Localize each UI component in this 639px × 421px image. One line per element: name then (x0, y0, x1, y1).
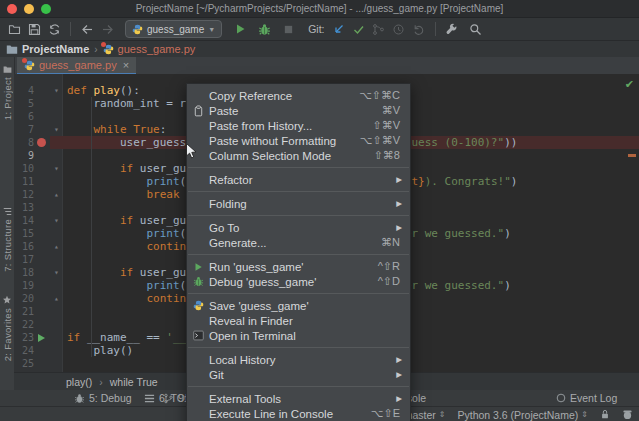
line-number[interactable]: 8 (14, 136, 34, 149)
gutter-marker-area[interactable] (34, 188, 50, 201)
breadcrumb-project[interactable]: ProjectName (22, 43, 89, 55)
menu-item-paste-without-formatting[interactable]: Paste without Formatting⌥⇧⌘V (187, 133, 410, 148)
menu-item-paste[interactable]: Paste⌘V (187, 103, 410, 118)
line-number[interactable]: 20 (14, 292, 34, 305)
menu-item-local-history[interactable]: Local History▶ (187, 352, 410, 367)
run-gutter-icon[interactable] (38, 334, 45, 342)
fold-marker-icon[interactable]: ▾ (50, 123, 63, 136)
gutter-marker-area[interactable] (34, 240, 50, 253)
gutter-marker-area[interactable] (34, 175, 50, 188)
menu-item-debug-guess-game[interactable]: Debug 'guess_game'^⇧D (187, 274, 410, 289)
line-number[interactable]: 4 (14, 84, 34, 97)
line-number[interactable]: 6 (14, 110, 34, 123)
merge-icon[interactable] (369, 20, 389, 38)
fold-marker-icon[interactable]: ▴ (50, 292, 63, 305)
menu-item-save-guess-game[interactable]: Save 'guess_game' (187, 298, 410, 313)
line-number[interactable]: 9 (14, 149, 34, 162)
line-number[interactable]: 12 (14, 188, 34, 201)
close-tab-icon[interactable]: × (123, 59, 129, 71)
highlighting-level-icon[interactable] (622, 409, 633, 420)
menu-item-refactor[interactable]: Refactor▶ (187, 172, 410, 187)
line-number[interactable]: 5 (14, 97, 34, 110)
sidebar-item-favorites[interactable]: 2: Favorites (0, 295, 14, 361)
interpreter-widget[interactable]: Python 3.6 (ProjectName) ⇕ (457, 409, 588, 421)
gutter-marker-area[interactable] (34, 305, 50, 318)
sidebar-item-project[interactable]: 1: Project (0, 65, 14, 120)
menu-item-generate[interactable]: Generate...⌘N (187, 235, 410, 250)
debug-button[interactable] (254, 20, 274, 38)
gutter-marker-area[interactable] (34, 136, 50, 149)
gutter-marker-area[interactable] (34, 214, 50, 227)
fold-marker-icon[interactable]: ▾ (50, 162, 63, 175)
menu-item-folding[interactable]: Folding▶ (187, 196, 410, 211)
lock-icon[interactable] (600, 409, 610, 420)
gutter-marker-area[interactable] (34, 110, 50, 123)
line-number[interactable]: 14 (14, 214, 34, 227)
menu-item-external-tools[interactable]: External Tools▶ (187, 391, 410, 406)
search-everywhere-icon[interactable] (466, 20, 486, 38)
line-number[interactable]: 16 (14, 240, 34, 253)
toolwindow-debug[interactable]: 5: Debug (74, 390, 132, 406)
stop-button[interactable] (278, 20, 298, 38)
line-number[interactable]: 19 (14, 279, 34, 292)
gutter-marker-area[interactable] (34, 227, 50, 240)
gutter-marker-area[interactable] (34, 344, 50, 357)
gutter-marker-area[interactable] (34, 266, 50, 279)
error-stripe-mark[interactable] (628, 154, 636, 157)
menu-item-reveal-in-finder[interactable]: Reveal in Finder (187, 313, 410, 328)
fold-marker-icon[interactable]: ▾ (50, 84, 63, 97)
gutter-marker-area[interactable] (34, 123, 50, 136)
line-number[interactable]: 15 (14, 227, 34, 240)
breakpoint-icon[interactable] (37, 138, 46, 147)
breadcrumb-file[interactable]: guess_game.py (118, 43, 196, 55)
menu-item-column-selection-mode[interactable]: Column Selection Mode⇧⌘8 (187, 148, 410, 163)
line-number[interactable]: 25 (14, 357, 34, 370)
history-clock-icon[interactable] (389, 20, 409, 38)
update-project-icon[interactable] (329, 20, 349, 38)
settings-wrench-icon[interactable] (442, 20, 462, 38)
inspection-ok-icon[interactable]: ✔ (625, 78, 634, 91)
open-folder-icon[interactable] (4, 20, 24, 38)
menu-item-copy-reference[interactable]: Copy Reference⌥⇧⌘C (187, 88, 410, 103)
fold-marker-icon[interactable]: ▴ (50, 240, 63, 253)
run-configuration-selector[interactable]: guess_game ▼ (125, 20, 222, 38)
breadcrumb-while-true[interactable]: while True (110, 376, 158, 388)
gutter-marker-area[interactable] (34, 318, 50, 331)
toolwindow-event-log[interactable]: Event Log (556, 390, 617, 406)
line-number[interactable]: 13 (14, 201, 34, 214)
gutter-marker-area[interactable] (34, 357, 50, 370)
synchronize-icon[interactable] (44, 20, 64, 38)
tab-guess-game[interactable]: guess_game.py × (17, 57, 136, 75)
gutter-marker-area[interactable] (34, 97, 50, 110)
menu-item-git[interactable]: Git▶ (187, 367, 410, 382)
breadcrumb-play[interactable]: play() (66, 376, 92, 388)
line-number[interactable]: 18 (14, 266, 34, 279)
line-number[interactable]: 22 (14, 318, 34, 331)
line-number[interactable]: 23 (14, 331, 34, 344)
gutter-marker-area[interactable] (34, 253, 50, 266)
run-button[interactable] (230, 20, 250, 38)
back-arrow-icon[interactable] (77, 20, 97, 38)
menu-item-go-to[interactable]: Go To▶ (187, 220, 410, 235)
gutter-marker-area[interactable] (34, 331, 50, 344)
forward-arrow-icon[interactable] (97, 20, 117, 38)
gutter-marker-area[interactable] (34, 201, 50, 214)
line-number[interactable]: 21 (14, 305, 34, 318)
menu-item-open-in-terminal[interactable]: Open in Terminal (187, 328, 410, 343)
line-number[interactable]: 17 (14, 253, 34, 266)
rollback-icon[interactable] (409, 20, 429, 38)
line-number[interactable]: 10 (14, 162, 34, 175)
save-all-icon[interactable] (24, 20, 44, 38)
commit-icon[interactable] (349, 20, 369, 38)
line-number[interactable]: 11 (14, 175, 34, 188)
line-number[interactable]: 7 (14, 123, 34, 136)
gutter-marker-area[interactable] (34, 279, 50, 292)
fold-marker-icon[interactable]: ▾ (50, 214, 63, 227)
sidebar-item-structure[interactable]: 7: Structure (0, 207, 14, 272)
menu-item-paste-from-history[interactable]: Paste from History...⇧⌘V (187, 118, 410, 133)
gutter-marker-area[interactable] (34, 292, 50, 305)
gutter-marker-area[interactable] (34, 84, 50, 97)
fold-marker-icon[interactable]: ▾ (50, 266, 63, 279)
gutter-marker-area[interactable] (34, 149, 50, 162)
menu-item-execute-line-in-console[interactable]: Execute Line in Console⌥⇧E (187, 406, 410, 421)
